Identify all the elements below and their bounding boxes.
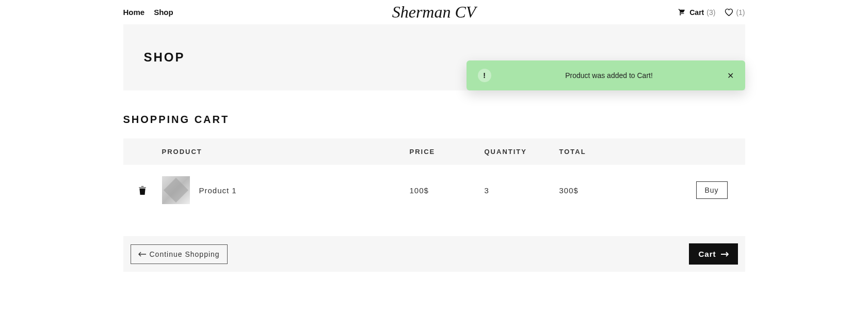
toast-message: Product was added to Cart! (491, 71, 727, 80)
svg-rect-1 (142, 189, 142, 194)
header-total: TOTAL (559, 148, 696, 156)
product-name: Product 1 (199, 186, 237, 195)
header: Home Shop Sherman CV Cart (3) (1) (123, 0, 745, 24)
svg-rect-2 (143, 189, 144, 194)
nav-home-link[interactable]: Home (123, 8, 145, 17)
exclamation-icon: ! (478, 69, 491, 82)
cart-table: PRODUCT PRICE QUANTITY TOTAL Product 1 1… (123, 138, 745, 215)
wishlist-link[interactable]: (1) (725, 8, 745, 17)
goto-cart-button[interactable]: Cart (689, 243, 737, 265)
arrow-left-icon (138, 250, 147, 258)
cart-label: Cart (689, 8, 704, 17)
header-product: PRODUCT (162, 148, 410, 156)
page-banner: SHOP ! Product was added to Cart! ✕ (123, 24, 745, 90)
buy-button[interactable]: Buy (696, 181, 728, 199)
toast-notification: ! Product was added to Cart! ✕ (467, 60, 745, 90)
trash-icon (138, 186, 147, 195)
heart-icon (725, 8, 733, 16)
svg-rect-0 (141, 189, 141, 194)
table-row: Product 1 100$ 3 300$ Buy (123, 165, 745, 215)
cart-title: SHOPPING CART (123, 114, 745, 126)
nav-shop-link[interactable]: Shop (154, 8, 173, 17)
product-quantity: 3 (485, 186, 559, 195)
cart-count: (3) (706, 8, 715, 17)
continue-shopping-button[interactable]: Continue Shopping (131, 244, 228, 264)
product-thumbnail[interactable] (162, 176, 190, 204)
cart-link[interactable]: Cart (3) (678, 8, 715, 17)
cart-button-label: Cart (698, 250, 716, 258)
cart-table-header: PRODUCT PRICE QUANTITY TOTAL (123, 138, 745, 165)
wishlist-count: (1) (736, 8, 745, 17)
nav-left: Home Shop (123, 8, 173, 17)
site-logo[interactable]: Sherman CV (392, 3, 476, 22)
product-total: 300$ (559, 186, 696, 195)
cart-footer: Continue Shopping Cart (123, 236, 745, 272)
product-cell: Product 1 (162, 176, 410, 204)
header-quantity: QUANTITY (485, 148, 559, 156)
arrow-right-icon (720, 250, 729, 258)
header-price: PRICE (410, 148, 485, 156)
continue-label: Continue Shopping (150, 250, 220, 258)
nav-right: Cart (3) (1) (678, 8, 745, 17)
toast-close-button[interactable]: ✕ (727, 71, 734, 81)
product-price: 100$ (410, 186, 485, 195)
cart-icon (678, 8, 687, 16)
remove-item-button[interactable] (123, 186, 162, 195)
